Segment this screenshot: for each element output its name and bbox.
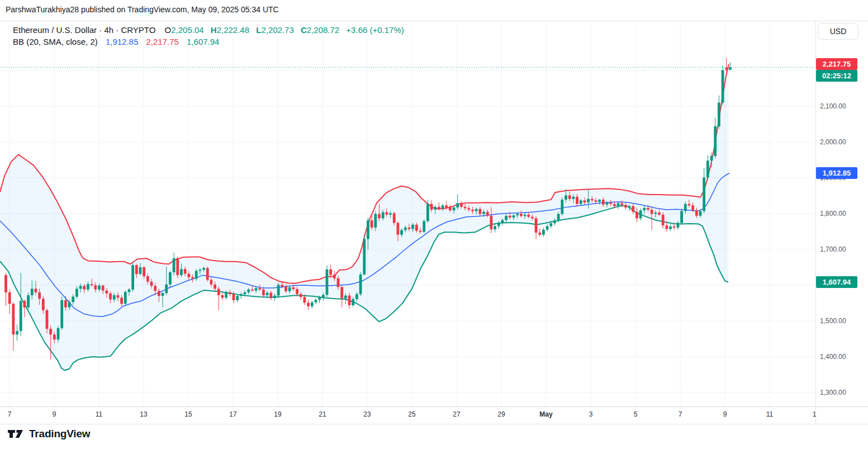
x-axis-label: 17	[229, 410, 236, 418]
y-axis-label: 1,300.00	[820, 389, 846, 396]
x-axis-label: May	[539, 410, 552, 418]
chart-plot-area[interactable]	[0, 21, 815, 407]
change-label: +3.66 (+0.17%)	[346, 25, 404, 35]
x-axis-label: 29	[497, 410, 505, 418]
x-axis-label: 25	[408, 410, 415, 418]
tradingview-logo-text: TradingView	[29, 428, 90, 440]
x-axis-label: 1	[813, 410, 817, 418]
time-scale-divider	[0, 407, 868, 407]
y-axis-label: 2,000.00	[820, 138, 846, 146]
attribution-text: ParshwaTurakhiya28 published on TradingV…	[6, 5, 279, 14]
x-axis-label: 11	[766, 410, 773, 418]
x-axis-label: 5	[634, 410, 638, 418]
price-badge-band-upper: 2,217.75	[816, 58, 857, 70]
ohlc-open: O2,205.04	[165, 25, 204, 35]
y-axis-label: 1,500.00	[820, 317, 846, 325]
indicator-legend[interactable]: BB (20, SMA, close, 2) 1,912.85 2,217.75…	[13, 37, 219, 46]
x-axis-label: 27	[453, 410, 460, 418]
symbol-legend[interactable]: Ethereum / U.S. Dollar · 4h · CRYPTO O2,…	[13, 25, 404, 35]
bb-lower-value: 1,607.94	[187, 37, 219, 46]
x-axis-label: 9	[53, 410, 56, 418]
tradingview-logo[interactable]: TradingView	[7, 428, 90, 440]
exchange-label: CRYPTO	[121, 25, 155, 35]
x-axis-label: 7	[679, 410, 682, 418]
x-axis-label: 23	[363, 410, 371, 418]
x-axis-label: 9	[723, 410, 727, 418]
bb-upper-value: 2,217.75	[146, 37, 178, 46]
tradingview-logo-icon	[7, 428, 24, 439]
price-badge-band-basis: 1,912.85	[816, 167, 857, 179]
interval-label[interactable]: 4h	[104, 25, 113, 35]
bb-fill	[0, 64, 729, 371]
y-axis-label: 1,800.00	[820, 210, 846, 218]
x-axis-label: 7	[8, 410, 12, 418]
tradingview-snapshot: ParshwaTurakhiya28 published on TradingV…	[0, 0, 868, 449]
x-axis-label: 19	[274, 410, 281, 418]
ohlc-high: H2,222.48	[211, 25, 249, 35]
y-axis-label: 1,700.00	[820, 245, 846, 253]
bb-basis-value: 1,912.85	[106, 37, 138, 46]
legend-separator2: ·	[113, 25, 121, 35]
currency-toggle-button[interactable]: USD	[818, 23, 858, 40]
x-axis-label: 21	[319, 410, 326, 418]
ohlc-close: C2,208.72	[301, 25, 339, 35]
y-axis-label: 2,100.00	[820, 102, 846, 110]
price-badge-band-lower: 1,607.94	[816, 276, 857, 288]
price-badge-countdown: 02:25:12	[816, 70, 857, 82]
x-axis-label: 11	[96, 410, 102, 418]
symbol-title[interactable]: Ethereum / U.S. Dollar	[13, 25, 97, 35]
indicator-title[interactable]: BB (20, SMA, close, 2)	[13, 37, 98, 46]
x-axis-label: 15	[184, 410, 192, 418]
ohlc-low: L2,202.73	[256, 25, 294, 35]
bottom-divider	[0, 424, 868, 424]
x-axis-label: 3	[589, 410, 593, 418]
y-axis-label: 1,400.00	[820, 353, 846, 361]
x-axis-label: 13	[140, 410, 147, 418]
